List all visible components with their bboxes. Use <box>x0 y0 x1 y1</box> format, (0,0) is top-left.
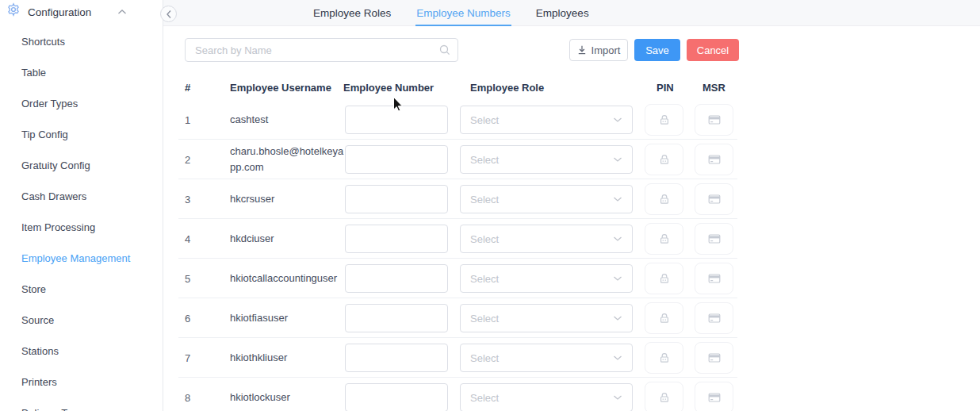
employee-role-select[interactable]: Select <box>460 106 633 134</box>
sidebar-collapse-button[interactable] <box>160 6 177 22</box>
select-placeholder: Select <box>470 154 613 166</box>
search-input[interactable] <box>185 38 458 62</box>
sidebar-item-table[interactable]: Table <box>0 57 163 88</box>
table-row: 3 hkcrsuser Select <box>178 179 737 219</box>
sidebar-title: Configuration <box>28 6 91 18</box>
employee-username: hkdciuser <box>230 219 346 259</box>
row-number: 7 <box>185 338 190 378</box>
search-field-wrap <box>185 38 458 62</box>
sidebar-item-label: Table <box>21 67 46 79</box>
msr-button[interactable] <box>695 382 733 411</box>
sidebar-item-label: Stations <box>21 345 59 357</box>
employee-number-input[interactable] <box>345 383 448 411</box>
row-number: 6 <box>185 298 190 338</box>
select-placeholder: Select <box>470 352 613 364</box>
save-button[interactable]: Save <box>634 39 680 61</box>
sidebar-item-label: Cash Drawers <box>21 190 86 202</box>
pin-button[interactable] <box>645 342 683 374</box>
pin-button[interactable] <box>645 382 683 411</box>
pin-button[interactable] <box>645 223 683 255</box>
download-icon <box>577 45 587 55</box>
employee-number-input[interactable] <box>345 106 448 134</box>
pin-button[interactable] <box>645 263 683 294</box>
sidebar-item-label: Gratuity Config <box>21 159 90 171</box>
sidebar-item-source[interactable]: Source <box>0 305 163 336</box>
tab-bar: Employee Roles Employee Numbers Employee… <box>313 0 589 26</box>
table-row: 7 hkiothkliuser Select <box>178 338 737 378</box>
select-placeholder: Select <box>470 273 613 285</box>
employee-number-input[interactable] <box>345 264 448 293</box>
chevron-down-icon <box>613 117 622 123</box>
employee-number-input[interactable] <box>345 225 448 253</box>
pin-button[interactable] <box>645 144 683 175</box>
table-row: 1 cashtest Select <box>178 100 737 140</box>
chevron-down-icon <box>613 315 622 321</box>
employee-username: cashtest <box>230 100 346 140</box>
chevron-down-icon <box>613 236 622 242</box>
employee-role-select[interactable]: Select <box>460 304 633 332</box>
employee-username: hkiotfiasuser <box>230 298 346 338</box>
row-number: 8 <box>185 378 190 411</box>
tab-employee-roles[interactable]: Employee Roles <box>313 0 391 26</box>
employee-number-input[interactable] <box>345 185 448 213</box>
table-body: 1 cashtest Select <box>178 100 737 411</box>
sidebar-item-gratuity-config[interactable]: Gratuity Config <box>0 150 163 181</box>
sidebar-item-delivery-types[interactable]: Delivery Types <box>0 398 163 411</box>
sidebar-item-shortcuts[interactable]: Shortcuts <box>0 26 163 57</box>
lock-icon <box>658 351 671 364</box>
sidebar-item-label: Source <box>21 314 54 326</box>
msr-button[interactable] <box>695 223 733 255</box>
sidebar-item-employee-management[interactable]: Employee Management <box>0 243 163 274</box>
sidebar-item-printers[interactable]: Printers <box>0 367 163 398</box>
chevron-down-icon <box>613 275 622 282</box>
app-window: Configuration Shortcuts Table Order Type… <box>0 0 980 411</box>
sidebar-item-label: Order Types <box>21 98 78 109</box>
employee-number-input[interactable] <box>345 344 448 372</box>
employee-number-input[interactable] <box>345 304 448 332</box>
tab-employee-numbers[interactable]: Employee Numbers <box>416 0 511 26</box>
column-header-username: Employee Username <box>230 82 331 94</box>
sidebar-item-tip-config[interactable]: Tip Config <box>0 119 163 150</box>
tab-label: Employee Numbers <box>416 7 511 19</box>
main-content: Import Save Cancel # Employee Username E… <box>163 26 980 411</box>
lock-icon <box>658 113 671 126</box>
msr-button[interactable] <box>695 302 733 334</box>
table-row: 8 hkiotlockuser Select <box>178 378 737 411</box>
employee-role-select[interactable]: Select <box>460 383 633 411</box>
sidebar-item-order-types[interactable]: Order Types <box>0 88 163 119</box>
cancel-button[interactable]: Cancel <box>687 39 739 61</box>
msr-button[interactable] <box>695 104 733 136</box>
row-number: 5 <box>185 259 190 298</box>
employee-role-select[interactable]: Select <box>460 185 633 213</box>
row-number: 3 <box>185 179 190 219</box>
sidebar-item-store[interactable]: Store <box>0 274 163 305</box>
card-icon <box>708 273 721 284</box>
tab-employees[interactable]: Employees <box>536 0 589 26</box>
employee-role-select[interactable]: Select <box>460 344 633 372</box>
select-placeholder: Select <box>470 392 613 404</box>
msr-button[interactable] <box>695 144 733 175</box>
employee-role-select[interactable]: Select <box>460 264 633 293</box>
table-row: 2 charu.bhosle@hotelkeyapp.com Select <box>178 140 737 179</box>
import-button[interactable]: Import <box>569 39 628 61</box>
sidebar-item-item-processing[interactable]: Item Processing <box>0 212 163 243</box>
employee-role-select[interactable]: Select <box>460 145 633 174</box>
msr-button[interactable] <box>695 183 733 215</box>
employee-role-select[interactable]: Select <box>460 225 633 253</box>
select-placeholder: Select <box>470 194 613 206</box>
pin-button[interactable] <box>645 183 683 215</box>
card-icon <box>708 233 721 244</box>
table-header: # Employee Username Employee Number Empl… <box>163 75 742 100</box>
sidebar-item-stations[interactable]: Stations <box>0 336 163 367</box>
employee-number-input[interactable] <box>345 145 448 174</box>
sidebar-menu: Shortcuts Table Order Types Tip Config G… <box>0 26 163 411</box>
pin-button[interactable] <box>645 104 683 136</box>
chevron-down-icon <box>613 355 622 361</box>
sidebar-item-cash-drawers[interactable]: Cash Drawers <box>0 181 163 212</box>
msr-button[interactable] <box>695 342 733 374</box>
msr-button[interactable] <box>695 263 733 294</box>
column-header-role: Employee Role <box>470 82 544 94</box>
pin-button[interactable] <box>645 302 683 334</box>
sidebar-item-label: Delivery Types <box>21 407 89 411</box>
chevron-up-icon[interactable] <box>117 9 127 15</box>
